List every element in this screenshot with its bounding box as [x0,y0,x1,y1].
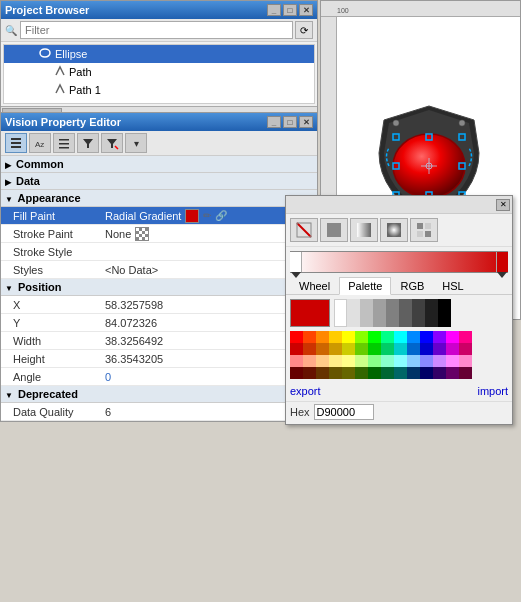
section-position[interactable]: ▼ Position [1,279,317,296]
color-picker-close-button[interactable]: ✕ [496,199,510,211]
toolbar-list-btn[interactable] [53,133,75,153]
x-row[interactable]: X 58.3257598 [1,296,317,314]
swatch-pastel-violet[interactable] [433,355,446,367]
swatch-blue[interactable] [420,331,433,343]
swatch-darkest-yellow[interactable] [342,367,355,379]
swatch-cyan[interactable] [394,331,407,343]
swatch-darkest-magenta[interactable] [446,367,459,379]
swatch-dark-orange[interactable] [316,343,329,355]
fill-paint-link-icon[interactable]: 🔗 [215,210,227,221]
tab-wheel[interactable]: Wheel [290,277,339,295]
tab-rgb[interactable]: RGB [391,277,433,295]
restore-button[interactable]: □ [283,4,297,16]
swatch-magenta[interactable] [446,331,459,343]
minimize-button[interactable]: _ [267,4,281,16]
toolbar-extra-btn[interactable]: ▾ [125,133,147,153]
swatch-gray1[interactable] [373,299,386,327]
swatch-dark-azure[interactable] [407,343,420,355]
radial-gradient-button[interactable] [380,218,408,242]
pattern-button[interactable] [410,218,438,242]
export-link[interactable]: export [290,385,321,397]
tree-item-path[interactable]: Path [4,63,314,81]
swatch-violet[interactable] [433,331,446,343]
swatch-darkest-green[interactable] [368,367,381,379]
swatch-pastel-red[interactable] [290,355,303,367]
height-row[interactable]: Height 36.3543205 [1,350,317,368]
swatch-dark-magenta[interactable] [446,343,459,355]
filter-action-button[interactable]: ⟳ [295,21,313,39]
section-data[interactable]: ▶ Data [1,173,317,190]
linear-gradient-button[interactable] [350,218,378,242]
swatch-pastel-blue[interactable] [420,355,433,367]
y-row[interactable]: Y 84.072326 [1,314,317,332]
toolbar-filter1-btn[interactable] [77,133,99,153]
swatch-red[interactable] [290,331,303,343]
swatch-dark-spring-green[interactable] [381,343,394,355]
swatch-dark-red[interactable] [290,343,303,355]
tab-hsl[interactable]: HSL [433,277,472,295]
swatch-darkgray[interactable] [412,299,425,327]
swatch-spring-green[interactable] [381,331,394,343]
angle-row[interactable]: Angle 0 [1,368,317,386]
swatch-darkest-rose[interactable] [459,367,472,379]
swatch-silver[interactable] [360,299,373,327]
swatch-darkest-azure[interactable] [407,367,420,379]
swatch-darkest-orange[interactable] [316,367,329,379]
width-row[interactable]: Width 38.3256492 [1,332,317,350]
current-color-swatch[interactable] [290,299,330,327]
pe-close-button[interactable]: ✕ [299,116,313,128]
swatch-pastel-orange-red[interactable] [303,355,316,367]
swatch-dark-amber[interactable] [329,343,342,355]
gradient-stop-right[interactable] [496,252,508,272]
swatch-dark-cyan[interactable] [394,343,407,355]
section-appearance[interactable]: ▼ Appearance [1,190,317,207]
swatch-darkest-yellow-green[interactable] [355,367,368,379]
stroke-style-row[interactable]: Stroke Style [1,243,317,261]
swatch-dark-orange-red[interactable] [303,343,316,355]
tree-item-path1[interactable]: Path 1 [4,81,314,99]
no-paint-button[interactable] [290,218,318,242]
swatch-green[interactable] [368,331,381,343]
swatch-darkest-red[interactable] [290,367,303,379]
swatch-darkest-cyan[interactable] [394,367,407,379]
swatch-darkest-orange-red[interactable] [303,367,316,379]
swatch-amber[interactable] [329,331,342,343]
swatch-pastel-amber[interactable] [329,355,342,367]
swatch-darkest-violet[interactable] [433,367,446,379]
swatch-dark-violet[interactable] [433,343,446,355]
swatch-black[interactable] [438,299,451,327]
pe-restore-button[interactable]: □ [283,116,297,128]
styles-row[interactable]: Styles <No Data> [1,261,317,279]
swatch-dark-green[interactable] [368,343,381,355]
swatch-rose[interactable] [459,331,472,343]
filter-input[interactable] [20,21,293,39]
flat-color-button[interactable] [320,218,348,242]
tab-palette[interactable]: Palette [339,277,391,295]
swatch-gray2[interactable] [386,299,399,327]
swatch-lightgray[interactable] [347,299,360,327]
tree-view[interactable]: Ellipse Path Path 1 [3,44,315,104]
swatch-darkest-spring[interactable] [381,367,394,379]
gradient-stop-left[interactable] [290,252,302,272]
section-deprecated[interactable]: ▼ Deprecated [1,386,317,403]
swatch-dark-yellow-green[interactable] [355,343,368,355]
close-button[interactable]: ✕ [299,4,313,16]
swatch-orange-red[interactable] [303,331,316,343]
toolbar-alpha-btn[interactable]: Az [29,133,51,153]
toolbar-sort-btn[interactable] [5,133,27,153]
swatch-pastel-spring[interactable] [381,355,394,367]
swatch-darkest-blue[interactable] [420,367,433,379]
swatch-dark-rose[interactable] [459,343,472,355]
swatch-pastel-rose[interactable] [459,355,472,367]
swatch-gray3[interactable] [399,299,412,327]
import-link[interactable]: import [477,385,508,397]
swatch-pastel-green[interactable] [368,355,381,367]
swatch-pastel-magenta[interactable] [446,355,459,367]
swatch-pastel-orange[interactable] [316,355,329,367]
swatch-pastel-cyan[interactable] [394,355,407,367]
swatch-orange[interactable] [316,331,329,343]
swatch-yellow[interactable] [342,331,355,343]
swatch-darkest-amber[interactable] [329,367,342,379]
gradient-bar[interactable] [290,251,508,273]
tree-item-ellipse[interactable]: Ellipse [4,45,314,63]
